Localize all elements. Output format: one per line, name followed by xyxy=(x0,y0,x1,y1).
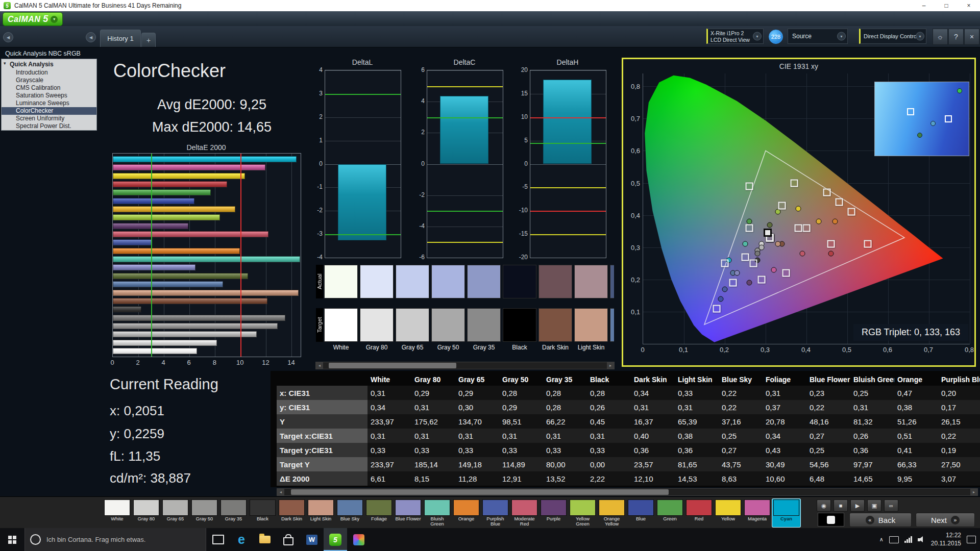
scroll-right-icon[interactable]: ▸ xyxy=(970,489,977,495)
sidebar-root-item[interactable]: ▾ Quick Analysis xyxy=(2,59,96,69)
swatch-scroll-thumb[interactable] xyxy=(329,363,456,368)
table-cell: 0,29 xyxy=(455,386,499,400)
add-tab-button[interactable]: + xyxy=(141,33,156,47)
tab-history-1[interactable]: History 1 xyxy=(100,30,141,47)
patch-button-purple[interactable]: Purple xyxy=(540,499,568,527)
patch-button-green[interactable]: Green xyxy=(656,499,684,527)
patch-button-gray-50[interactable]: Gray 50 xyxy=(190,499,218,527)
logo-dropdown-icon[interactable]: ▾ xyxy=(51,16,58,23)
network-icon[interactable] xyxy=(904,536,912,543)
table-col-blue-flower: Blue Flower xyxy=(806,373,850,386)
patch-button-orange-yellow[interactable]: Orange Yellow xyxy=(598,499,626,527)
minimize-button[interactable]: – xyxy=(913,0,935,11)
volume-icon[interactable] xyxy=(918,536,925,543)
patch-button-white[interactable]: White xyxy=(103,499,131,527)
sidebar-item-luminance-sweeps[interactable]: Luminance Sweeps xyxy=(2,99,96,107)
deltah-bar xyxy=(543,80,592,164)
scroll-left-icon[interactable]: ◂ xyxy=(316,362,323,369)
actual-swatch-light-skin xyxy=(574,265,608,298)
taskbar-color-app[interactable] xyxy=(347,528,371,551)
patch-button-orange[interactable]: Orange xyxy=(452,499,480,527)
sidebar-item-spectral-power-dist-[interactable]: Spectral Power Dist. xyxy=(2,122,96,130)
meter-dropdown[interactable]: X-Rite i1Pro 2 LCD Direct View ▾ xyxy=(706,29,764,44)
deltae-bar-orange-yellow xyxy=(113,206,235,212)
cortana-search[interactable] xyxy=(24,528,206,551)
patch-button-moderate-red[interactable]: Moderate Red xyxy=(510,499,538,527)
patch-button-black[interactable]: Black xyxy=(249,499,277,527)
patch-button-light-skin[interactable]: Light Skin xyxy=(307,499,335,527)
scroll-left-icon[interactable]: ◂ xyxy=(277,489,284,495)
meter-dropdown-icon[interactable]: ▾ xyxy=(753,32,762,41)
transport-record-button[interactable]: ◉ xyxy=(817,499,831,512)
table-scroll-track[interactable] xyxy=(284,489,970,495)
transport-link-button[interactable]: ∞ xyxy=(884,499,898,512)
scroll-right-icon[interactable]: ▸ xyxy=(607,362,614,369)
table-scrollbar[interactable]: ◂ ▸ xyxy=(277,488,978,496)
transport-pattern-button[interactable]: ▣ xyxy=(867,499,881,512)
taskbar-store[interactable] xyxy=(277,528,300,551)
patch-button-gray-65[interactable]: Gray 65 xyxy=(161,499,189,527)
sidebar-item-grayscale[interactable]: Grayscale xyxy=(2,77,96,84)
source-dropdown[interactable]: Source ▾ xyxy=(788,29,848,44)
patch-button-blue-flower[interactable]: Blue Flower xyxy=(394,499,422,527)
display-control-dropdown-icon[interactable]: ▾ xyxy=(916,32,924,41)
task-view-button[interactable] xyxy=(206,528,230,551)
patch-button-dark-skin[interactable]: Dark Skin xyxy=(278,499,306,527)
table-scroll-thumb[interactable] xyxy=(291,489,668,495)
patch-button-purplish-blue[interactable]: Purplish Blue xyxy=(481,499,509,527)
sidebar-item-colorchecker[interactable]: ColorChecker xyxy=(2,107,96,115)
cie-target-blue-sky xyxy=(742,253,749,261)
taskbar-word[interactable]: W xyxy=(300,528,324,551)
sidebar-item-saturation-sweeps[interactable]: Saturation Sweeps xyxy=(2,92,96,99)
sidebar-collapse-icon[interactable]: ◀ xyxy=(86,32,96,42)
close-button[interactable]: × xyxy=(958,0,980,11)
patch-button-blue-sky[interactable]: Blue Sky xyxy=(336,499,364,527)
next-button[interactable]: Next » xyxy=(916,513,975,527)
source-dropdown-icon[interactable]: ▾ xyxy=(837,32,846,41)
tray-chevron-icon[interactable]: ∧ xyxy=(879,536,884,543)
swatch-scrollbar[interactable]: ◂ ▸ xyxy=(315,362,615,369)
patch-button-foliage[interactable]: Foliage xyxy=(365,499,393,527)
action-center-icon[interactable] xyxy=(967,536,976,543)
display-control-dropdown[interactable]: Direct Display Control ▾ xyxy=(859,29,926,44)
collapse-left-icon[interactable]: ◀ xyxy=(3,32,13,42)
taskbar-calman[interactable]: 5 xyxy=(324,528,347,551)
deltae-bar-magenta xyxy=(113,164,265,170)
start-button[interactable] xyxy=(0,528,24,551)
sidebar-item-cms-calibration[interactable]: CMS Calibration xyxy=(2,84,96,92)
search-input[interactable] xyxy=(45,535,201,544)
transport-play-button[interactable]: ▶ xyxy=(850,499,865,512)
pattern-icon xyxy=(827,516,835,524)
touch-keyboard-icon[interactable] xyxy=(889,536,899,543)
patch-button-magenta[interactable]: Magenta xyxy=(743,499,771,527)
back-button[interactable]: « Back xyxy=(849,513,912,527)
settings-gear-icon[interactable]: ☼ xyxy=(933,29,948,45)
maximize-button[interactable]: □ xyxy=(935,0,958,11)
reading-count-badge[interactable]: 228 xyxy=(769,30,783,44)
table-cell: 0,27 xyxy=(719,443,763,457)
table-cell: 0,22 xyxy=(938,429,980,443)
swatch-scroll-track[interactable] xyxy=(323,362,607,369)
cie-target-yellow-green xyxy=(791,179,798,187)
sidebar-item-introduction[interactable]: Introduction xyxy=(2,69,96,77)
patch-button-red[interactable]: Red xyxy=(685,499,713,527)
help-icon[interactable]: ? xyxy=(948,29,964,45)
patch-button-gray-80[interactable]: Gray 80 xyxy=(132,499,160,527)
patch-button-blue[interactable]: Blue xyxy=(627,499,655,527)
patch-button-yellow-green[interactable]: Yellow Green xyxy=(569,499,597,527)
transport-stop-button[interactable]: ■ xyxy=(834,499,848,512)
pattern-window-button[interactable] xyxy=(818,513,844,527)
patch-button-gray-35[interactable]: Gray 35 xyxy=(219,499,248,527)
deltae-bar-black xyxy=(113,306,141,312)
taskbar-clock[interactable]: 12:22 20.11.2015 xyxy=(931,532,961,547)
table-rowlabel: x: CIE31 xyxy=(277,386,368,400)
patch-button-yellow[interactable]: Yellow xyxy=(714,499,742,527)
cie-target-purple xyxy=(758,276,766,283)
patch-button-bluish-green[interactable]: Bluish Green xyxy=(423,499,451,527)
taskbar-explorer[interactable] xyxy=(253,528,277,551)
workspace-close-icon[interactable]: × xyxy=(964,29,979,45)
patch-button-cyan[interactable]: Cyan xyxy=(772,499,800,527)
sidebar-item-screen-uniformity[interactable]: Screen Uniformity xyxy=(2,115,96,122)
calman-logo[interactable]: CalMAN 5 ▾ xyxy=(3,12,63,26)
taskbar-edge[interactable]: e xyxy=(230,528,253,551)
